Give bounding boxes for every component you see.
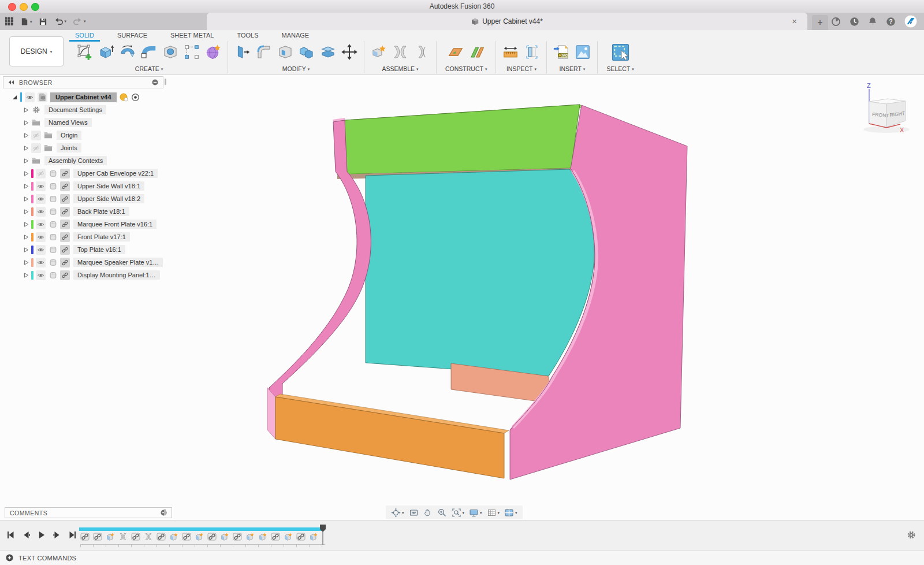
browser-item-label[interactable]: Front Plate v17:1 — [73, 232, 130, 241]
expand-closed-icon[interactable] — [24, 273, 29, 278]
joint-feature-icon[interactable] — [144, 532, 153, 541]
link-feature-icon[interactable] — [233, 532, 242, 541]
browser-item-origin[interactable]: Origin — [3, 129, 163, 142]
component-feature-icon[interactable] — [258, 532, 267, 541]
visibility-eye-icon[interactable] — [36, 181, 46, 191]
ground-target-icon[interactable] — [131, 93, 140, 102]
browser-item-front-plate-v17-1[interactable]: Front Plate v17:1 — [3, 231, 163, 243]
orbit-icon[interactable]: ▾ — [391, 508, 404, 518]
browser-item-upper-side-wall-v18-2[interactable]: Upper Side Wall v18:2 — [3, 192, 163, 205]
viewcube[interactable]: Z FRONT RIGHT X — [840, 81, 918, 140]
browser-item-label[interactable]: Joints — [57, 143, 81, 153]
component-feature-icon[interactable] — [220, 532, 229, 541]
expand-closed-icon[interactable] — [24, 196, 29, 202]
browser-item-marquee-speaker-plate-v1[interactable]: Marquee Speaker Plate v1… — [3, 256, 163, 269]
browser-item-upper-cab-envelope-v22-1[interactable]: Upper Cab Envelope v22:1 — [3, 167, 163, 180]
expand-closed-icon[interactable] — [24, 158, 29, 163]
timeline-playhead[interactable] — [319, 525, 327, 547]
browser-item-assembly-contexts[interactable]: Assembly Contexts — [3, 154, 163, 167]
visibility-eye-icon[interactable] — [36, 194, 46, 204]
browser-item-label[interactable]: Top Plate v16:1 — [73, 245, 125, 254]
visibility-eye-icon[interactable] — [36, 270, 46, 280]
panel-options-icon[interactable] — [152, 79, 158, 86]
browser-item-label[interactable]: Display Mounting Panel:1… — [73, 270, 160, 280]
fit-icon[interactable]: ▾ — [452, 508, 465, 518]
look-at-icon[interactable] — [409, 508, 419, 518]
link-feature-icon[interactable] — [207, 532, 217, 541]
browser-header[interactable]: BROWSER — [3, 76, 163, 88]
browser-item-joints[interactable]: Joints — [3, 142, 163, 154]
model-marquee-front-plate[interactable] — [337, 105, 580, 174]
go-to-end-icon[interactable] — [67, 529, 78, 540]
browser-item-label[interactable]: Upper Side Wall v18:2 — [73, 194, 144, 203]
browser-item-back-plate-v18-1[interactable]: Back Plate v18:1 — [3, 205, 163, 218]
comments-panel[interactable]: COMMENTS — [5, 507, 172, 518]
browser-item-label[interactable]: Upper Cab Envelope v22:1 — [73, 169, 158, 178]
visibility-eye-icon[interactable] — [36, 220, 46, 229]
expand-closed-icon[interactable] — [24, 222, 29, 227]
browser-item-marquee-front-plate-v16-1[interactable]: Marquee Front Plate v16:1 — [3, 218, 163, 231]
timeline-marker-bar[interactable] — [79, 527, 324, 531]
expand-closed-icon[interactable] — [24, 107, 29, 113]
expand-closed-icon[interactable] — [24, 146, 29, 151]
browser-item-label[interactable]: Back Plate v18:1 — [73, 207, 129, 216]
pan-icon[interactable] — [423, 508, 433, 517]
browser-item-root[interactable]: Upper Cabinet v44 — [3, 91, 163, 103]
scrollbar-thumb[interactable] — [164, 509, 166, 515]
expand-closed-icon[interactable] — [24, 209, 29, 214]
go-to-start-icon[interactable] — [5, 529, 16, 540]
visibility-eye-icon[interactable] — [36, 245, 46, 255]
root-component-label[interactable]: Upper Cabinet v44 — [50, 92, 117, 102]
zoom-icon[interactable] — [437, 508, 447, 518]
browser-item-display-mounting-panel-1[interactable]: Display Mounting Panel:1… — [3, 269, 163, 281]
play-icon[interactable] — [36, 529, 47, 540]
expand-closed-icon[interactable] — [24, 184, 29, 189]
visibility-eye-icon[interactable] — [36, 207, 46, 217]
link-feature-icon[interactable] — [182, 532, 191, 541]
expand-closed-icon[interactable] — [24, 247, 29, 252]
model-front-plate[interactable] — [275, 397, 504, 478]
visibility-eye-off-icon[interactable] — [36, 169, 46, 179]
expand-open-icon[interactable] — [12, 95, 17, 100]
expand-closed-icon[interactable] — [24, 120, 29, 125]
component-feature-icon[interactable] — [245, 532, 255, 541]
visibility-eye-icon[interactable] — [36, 232, 46, 242]
browser-item-top-plate-v16-1[interactable]: Top Plate v16:1 — [3, 243, 163, 256]
text-commands-icon[interactable] — [6, 554, 13, 562]
browser-item-document-settings[interactable]: Document Settings — [3, 103, 163, 116]
browser-item-upper-side-wall-v18-1[interactable]: Upper Side Wall v18:1 — [3, 180, 163, 192]
browser-item-label[interactable]: Marquee Speaker Plate v1… — [73, 258, 163, 267]
browser-item-named-views[interactable]: Named Views — [3, 116, 163, 129]
component-feature-icon[interactable] — [169, 532, 178, 541]
text-commands-bar[interactable]: TEXT COMMANDS — [0, 550, 924, 565]
visibility-eye-off-icon[interactable] — [31, 143, 41, 153]
joint-feature-icon[interactable] — [118, 532, 128, 541]
visibility-eye-icon[interactable] — [25, 92, 35, 102]
link-feature-icon[interactable] — [271, 532, 280, 541]
display-settings-icon[interactable]: ▾ — [469, 508, 482, 518]
link-feature-icon[interactable] — [93, 532, 102, 541]
visibility-eye-icon[interactable] — [36, 258, 46, 267]
browser-item-label[interactable]: Marquee Front Plate v16:1 — [73, 220, 157, 229]
browser-item-label[interactable]: Upper Side Wall v18:1 — [73, 181, 144, 191]
browser-item-label[interactable]: Document Settings — [44, 105, 106, 114]
expand-closed-icon[interactable] — [24, 260, 29, 265]
link-feature-icon[interactable] — [80, 532, 90, 541]
component-feature-icon[interactable] — [309, 532, 318, 541]
grid-snaps-icon[interactable]: ▾ — [487, 508, 500, 518]
component-feature-icon[interactable] — [284, 532, 293, 541]
viewports-icon[interactable]: ▾ — [504, 508, 517, 518]
component-feature-icon[interactable] — [195, 532, 204, 541]
link-feature-icon[interactable] — [296, 532, 305, 541]
expand-closed-icon[interactable] — [24, 235, 29, 240]
expand-closed-icon[interactable] — [24, 171, 29, 176]
expand-closed-icon[interactable] — [24, 133, 29, 138]
collapse-panel-icon[interactable] — [8, 80, 14, 85]
browser-item-label[interactable]: Named Views — [44, 118, 92, 127]
browser-item-label[interactable]: Assembly Contexts — [44, 156, 107, 165]
scrollbar-thumb[interactable] — [165, 79, 166, 85]
timeline-settings-gear-icon[interactable] — [907, 530, 916, 540]
component-feature-icon[interactable] — [106, 532, 115, 541]
browser-item-label[interactable]: Origin — [57, 131, 81, 140]
link-feature-icon[interactable] — [157, 532, 166, 541]
